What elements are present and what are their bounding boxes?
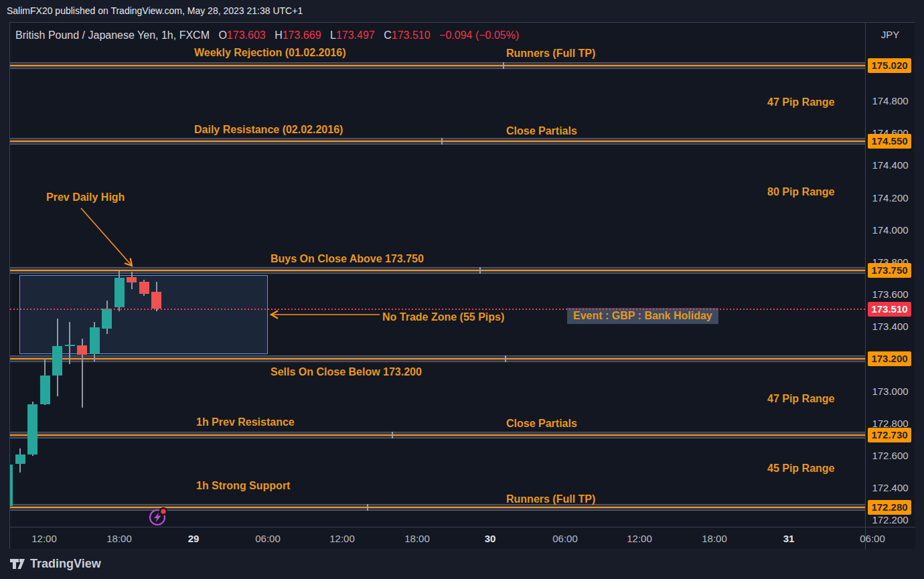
annotation-runners-bottom: Runners (Full TP): [506, 493, 595, 505]
price-tick-label: 173.600: [866, 288, 915, 301]
annotation-80-pip-range: 80 Pip Range: [767, 186, 834, 198]
price-level-badge: 172.280: [868, 500, 911, 515]
candle: [15, 454, 25, 464]
candle: [127, 277, 137, 282]
candle: [65, 345, 75, 346]
candle-wick: [69, 322, 70, 364]
annotation-weekly-rejection: Weekly Rejection (01.02.2016): [194, 47, 346, 59]
time-label: 18:00: [404, 527, 430, 549]
level-line: [10, 62, 865, 69]
ohlc-open: O173.603: [218, 29, 265, 41]
price-tick-label: 173.400: [866, 320, 915, 333]
price-tick-label: 174.400: [866, 159, 915, 172]
level-line-anchor: [503, 62, 504, 69]
price-axis-currency: JPY: [866, 29, 915, 40]
time-label: 29: [188, 527, 200, 549]
ohlc-low: L173.497: [330, 29, 375, 41]
tradingview-logo-icon: [9, 556, 25, 571]
time-axis: 12:0018:002906:0012:0018:003006:0012:001…: [10, 527, 915, 549]
prev-daily-high-arrow: [81, 208, 132, 266]
candle: [139, 282, 149, 294]
annotation-event-bank-holiday: Event : GBP : Bank Holiday: [567, 308, 718, 324]
candle: [27, 404, 37, 454]
candle: [52, 346, 62, 375]
annotation-daily-resistance: Daily Resistance (02.02.2016): [194, 124, 343, 136]
annotation-1h-strong-support: 1h Strong Support: [196, 480, 290, 492]
last-price-line: [10, 309, 865, 310]
ohlc-close: C173.510: [384, 29, 430, 41]
time-label: 06:00: [552, 527, 578, 549]
price-tick-label: 173.000: [866, 385, 915, 398]
price-tick-label: 172.200: [866, 513, 915, 527]
candle: [40, 376, 50, 404]
annotation-sells-on-close: Sells On Close Below 173.200: [271, 366, 422, 378]
candle: [151, 292, 161, 308]
candle: [77, 345, 87, 355]
time-label: 12:00: [627, 527, 652, 549]
annotation-buys-on-close: Buys On Close Above 173.750: [271, 253, 424, 265]
symbol-title: British Pound / Japanese Yen, 1h, FXCM: [15, 29, 210, 41]
published-chart-page: SalimFX20 published on TradingView.com, …: [0, 0, 924, 579]
chart-plot-area: British Pound / Japanese Yen, 1h, FXCM O…: [10, 23, 865, 527]
price-level-badge: 174.550: [868, 134, 911, 149]
time-label: 12:00: [31, 527, 57, 549]
annotation-runners-top: Runners (Full TP): [506, 48, 595, 60]
price-tick-label: 174.200: [866, 191, 915, 205]
price-level-badge: 173.750: [868, 263, 911, 278]
time-label: 18:00: [702, 527, 727, 549]
price-level-badge: 173.200: [868, 351, 911, 366]
time-label: 18:00: [106, 527, 132, 549]
annotation-47-pip-range-top: 47 Pip Range: [767, 96, 834, 108]
candle: [90, 327, 100, 354]
level-line: [10, 355, 865, 362]
price-tick-label: 172.400: [866, 481, 915, 495]
time-label: 31: [783, 527, 795, 549]
last-price-badge: 173.510: [868, 302, 911, 317]
chart-frame: British Pound / Japanese Yen, 1h, FXCM O…: [9, 22, 915, 549]
annotation-prev-daily-high: Prev Daily High: [46, 191, 125, 203]
level-line: [10, 432, 865, 438]
time-label: 06:00: [255, 527, 281, 549]
annotation-47-pip-range-bottom: 47 Pip Range: [767, 393, 834, 405]
candle: [114, 278, 125, 308]
candle: [102, 309, 112, 329]
price-level-badge: 175.020: [868, 58, 911, 73]
annotation-1h-prev-resistance: 1h Prev Resistance: [196, 416, 295, 428]
annotation-close-partials-bottom: Close Partials: [506, 418, 577, 430]
axis-corner: [865, 527, 915, 550]
time-label: 30: [485, 527, 496, 549]
tradingview-watermark[interactable]: TradingView: [9, 556, 101, 571]
attribution-bar: SalimFX20 published on TradingView.com, …: [7, 0, 303, 22]
tradingview-watermark-label: TradingView: [30, 557, 101, 571]
level-line-anchor: [392, 432, 393, 438]
price-level-badge: 172.730: [868, 428, 911, 442]
alert-lightning-icon: [146, 505, 169, 527]
level-line: [10, 504, 865, 511]
time-label: 12:00: [329, 527, 355, 549]
price-tick-label: 174.800: [866, 94, 915, 108]
price-axis: JPY 174.800174.600174.400174.200174.0001…: [865, 23, 915, 527]
annotation-45-pip-range: 45 Pip Range: [767, 463, 834, 475]
level-line-anchor: [367, 504, 368, 511]
price-change: −0.094 (−0.05%): [439, 29, 519, 41]
annotation-close-partials-top: Close Partials: [506, 125, 577, 137]
level-line-anchor: [505, 355, 506, 362]
annotation-no-trade-zone: No Trade Zone (55 Pips): [382, 311, 504, 323]
ohlc-high: H173.669: [275, 29, 321, 41]
level-line: [10, 138, 865, 145]
price-tick-label: 172.600: [866, 449, 915, 463]
candle: [10, 465, 13, 505]
level-line-anchor: [479, 267, 481, 274]
level-line-anchor: [441, 138, 443, 145]
price-tick-label: 174.000: [866, 224, 915, 237]
symbol-legend: British Pound / Japanese Yen, 1h, FXCM O…: [15, 29, 519, 42]
level-line: [10, 267, 865, 274]
